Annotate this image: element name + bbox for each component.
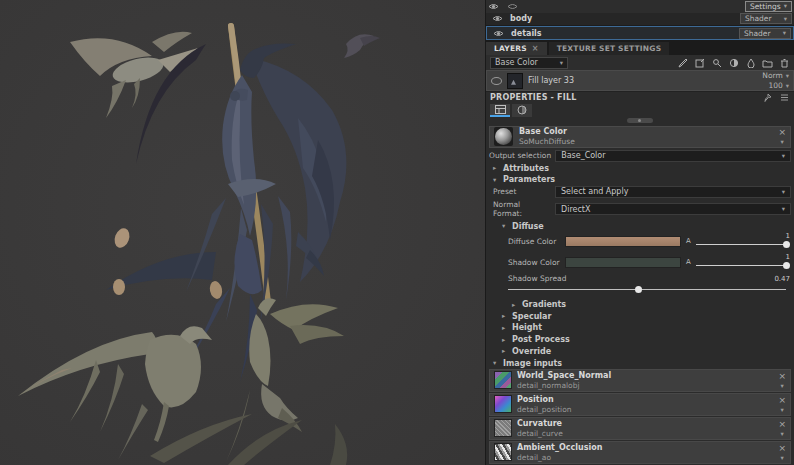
output-selection-dropdown[interactable]: Base_Color ▾ bbox=[555, 150, 791, 162]
normal-format-dropdown[interactable]: DirectX ▾ bbox=[555, 203, 791, 215]
show-all-eye-icon[interactable] bbox=[488, 1, 499, 12]
shader-dropdown[interactable]: Shader ▾ bbox=[740, 13, 792, 24]
diffuse-color-swatch[interactable] bbox=[565, 236, 681, 247]
chevron-down-icon: ▾ bbox=[502, 222, 508, 230]
eye-icon[interactable] bbox=[492, 13, 503, 24]
chevron-down-icon: ▾ bbox=[782, 205, 785, 213]
texture-set-row-details[interactable]: details Shader ▾ bbox=[486, 26, 794, 40]
preset-dropdown[interactable]: Select and Apply ▾ bbox=[555, 186, 791, 198]
chevron-down-icon[interactable]: ▾ bbox=[781, 430, 784, 438]
eye-icon[interactable] bbox=[493, 28, 504, 39]
section-gradients[interactable]: ▸ Gradients bbox=[486, 299, 794, 311]
section-post-process[interactable]: ▸ Post Process bbox=[486, 334, 794, 346]
add-fill-layer-icon[interactable] bbox=[745, 57, 756, 68]
panel-splitter[interactable] bbox=[486, 117, 794, 125]
solo-eye-icon[interactable] bbox=[507, 1, 518, 12]
shadow-spread-value: 0.47 bbox=[774, 275, 790, 283]
chevron-down-icon: ▾ bbox=[493, 359, 499, 367]
splitter-grip-icon[interactable] bbox=[627, 118, 653, 123]
texture-set-row-body[interactable]: body Shader ▾ bbox=[486, 13, 794, 27]
close-icon[interactable]: × bbox=[532, 44, 539, 53]
section-image-inputs[interactable]: ▾ Image inputs bbox=[486, 357, 794, 369]
blend-mode-dropdown[interactable]: Norm ▾ bbox=[762, 71, 789, 80]
tab-tss-label: TEXTURE SET SETTINGS bbox=[557, 44, 662, 53]
add-effect-icon[interactable] bbox=[694, 57, 705, 68]
chevron-right-icon: ▸ bbox=[502, 312, 508, 320]
channel-filter-value: Base Color bbox=[495, 58, 538, 67]
sphere-view-button[interactable] bbox=[512, 104, 532, 117]
shadow-alpha-slider[interactable]: 1 bbox=[696, 253, 790, 271]
remove-image-icon[interactable]: × bbox=[778, 443, 786, 453]
preset-row: Preset Select and Apply ▾ bbox=[486, 186, 794, 199]
shadow-spread-slider[interactable] bbox=[508, 284, 786, 295]
chevron-down-icon[interactable]: ▾ bbox=[781, 138, 784, 146]
panel-tabbar: LAYERS × TEXTURE SET SETTINGS bbox=[486, 40, 794, 55]
normal-format-row: Normal Format: DirectX ▾ bbox=[486, 202, 794, 216]
material-slot[interactable]: Base Color SoMuchDiffuse × ▾ bbox=[489, 126, 791, 148]
application-window: Settings ▾ body Shader ▾ details Shader bbox=[0, 0, 794, 465]
chevron-down-icon: ▾ bbox=[783, 29, 786, 37]
material-subtitle: SoMuchDiffuse bbox=[519, 137, 575, 146]
settings-label: Settings bbox=[750, 2, 781, 11]
delete-layer-icon[interactable] bbox=[779, 57, 790, 68]
output-selection-row: Output selection Base_Color ▾ bbox=[486, 150, 794, 163]
chevron-down-icon: ▾ bbox=[784, 15, 787, 23]
image-input-curvature[interactable]: Curvature detail_curve × ▾ bbox=[489, 417, 791, 440]
remove-image-icon[interactable]: × bbox=[778, 371, 786, 381]
image-input-title: World_Space_Normal bbox=[517, 371, 611, 380]
image-input-title: Position bbox=[517, 395, 572, 404]
image-input-world-space-normal[interactable]: World_Space_Normal detail_normalobj × ▾ bbox=[489, 369, 791, 392]
pin-icon[interactable] bbox=[762, 92, 773, 103]
diffuse-alpha-slider[interactable]: 1 bbox=[696, 232, 790, 250]
add-mask-icon[interactable] bbox=[728, 57, 739, 68]
chevron-down-icon[interactable]: ▾ bbox=[781, 382, 784, 390]
section-height[interactable]: ▸ Height bbox=[486, 322, 794, 334]
image-input-subtitle: detail_ao bbox=[517, 453, 602, 462]
image-thumbnail bbox=[494, 419, 512, 437]
add-smart-material-icon[interactable] bbox=[711, 57, 722, 68]
shadow-alpha-value: 1 bbox=[786, 253, 790, 261]
section-parameters[interactable]: ▾ Parameters bbox=[486, 174, 794, 186]
menu-icon[interactable] bbox=[779, 92, 790, 103]
layer-row-fill-layer[interactable]: Fill layer 33 Norm ▾ 100 ▾ bbox=[486, 70, 794, 91]
section-attributes[interactable]: ▸ Attributes bbox=[486, 162, 794, 174]
preset-label: Preset bbox=[493, 187, 551, 196]
shadow-color-swatch[interactable] bbox=[565, 257, 681, 268]
settings-button[interactable]: Settings ▾ bbox=[745, 1, 792, 12]
viewport-3d[interactable] bbox=[0, 0, 485, 465]
layer-visibility-toggle[interactable] bbox=[491, 77, 502, 85]
shadow-spread-row: Shadow Spread 0.47 bbox=[486, 274, 794, 284]
section-diffuse[interactable]: ▾ Diffuse bbox=[486, 220, 794, 232]
channel-filter-dropdown[interactable]: Base Color ▾ bbox=[490, 57, 568, 69]
image-thumbnail bbox=[494, 371, 512, 389]
alpha-label: A bbox=[686, 237, 691, 245]
image-input-position[interactable]: Position detail_position × ▾ bbox=[489, 393, 791, 416]
remove-image-icon[interactable]: × bbox=[778, 419, 786, 429]
chevron-down-icon[interactable]: ▾ bbox=[781, 406, 784, 414]
chevron-down-icon[interactable]: ▾ bbox=[781, 454, 784, 462]
section-label: Override bbox=[512, 347, 551, 356]
shadow-spread-label: Shadow Spread bbox=[508, 274, 566, 283]
opacity-value: 100 bbox=[768, 81, 782, 90]
opacity-dropdown[interactable]: 100 ▾ bbox=[768, 81, 789, 90]
shader-dropdown[interactable]: Shader ▾ bbox=[739, 28, 791, 39]
material-mode-button[interactable] bbox=[490, 104, 510, 117]
material-title: Base Color bbox=[519, 127, 575, 136]
slider-handle[interactable] bbox=[783, 241, 790, 248]
slider-handle[interactable] bbox=[783, 262, 790, 269]
add-folder-icon[interactable] bbox=[762, 57, 773, 68]
section-specular[interactable]: ▸ Specular bbox=[486, 310, 794, 322]
tab-layers[interactable]: LAYERS × bbox=[486, 42, 547, 55]
preset-value: Select and Apply bbox=[561, 187, 628, 196]
tab-texture-set-settings[interactable]: TEXTURE SET SETTINGS bbox=[549, 42, 670, 55]
section-label: Gradients bbox=[522, 300, 566, 309]
chevron-down-icon: ▾ bbox=[560, 59, 563, 67]
remove-material-icon[interactable]: × bbox=[778, 127, 786, 137]
edit-icon[interactable] bbox=[677, 57, 688, 68]
image-input-ambient-occlusion[interactable]: Ambient_Occlusion detail_ao × ▾ bbox=[489, 441, 791, 464]
shadow-spread-handle[interactable] bbox=[635, 286, 642, 293]
remove-image-icon[interactable]: × bbox=[778, 395, 786, 405]
section-label: Diffuse bbox=[512, 222, 544, 231]
right-panel: Settings ▾ body Shader ▾ details Shader bbox=[485, 0, 794, 465]
section-override[interactable]: ▸ Override bbox=[486, 346, 794, 358]
